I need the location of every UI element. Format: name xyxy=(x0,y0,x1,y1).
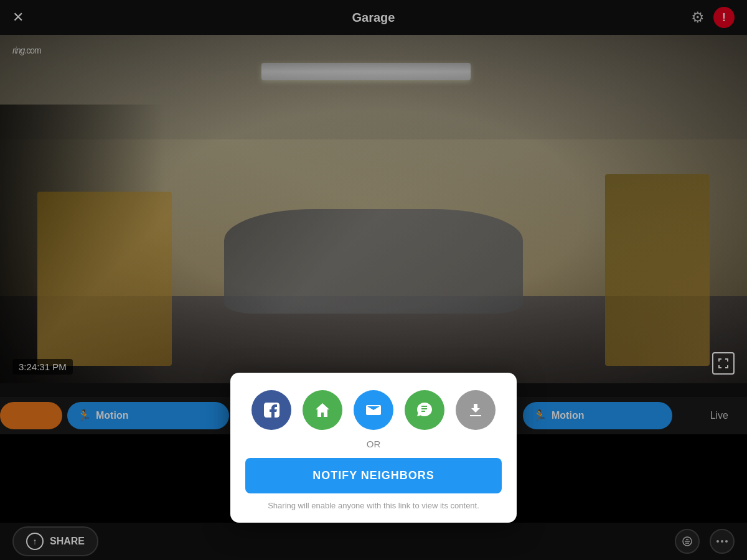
or-divider: OR xyxy=(245,439,502,449)
email-icon xyxy=(365,401,382,419)
facebook-icon xyxy=(263,401,280,419)
share-icons-row xyxy=(245,390,502,430)
notify-neighbors-button[interactable]: NOTIFY NEIGHBORS xyxy=(245,458,502,493)
share-email-button[interactable] xyxy=(354,390,393,430)
share-message-button[interactable] xyxy=(405,390,444,430)
sharing-note: Sharing will enable anyone with this lin… xyxy=(245,501,502,510)
share-popup: OR NOTIFY NEIGHBORS Sharing will enable … xyxy=(230,373,517,523)
home-icon xyxy=(314,401,331,419)
message-icon xyxy=(416,401,433,419)
download-icon xyxy=(467,401,484,419)
share-facebook-button[interactable] xyxy=(251,390,291,430)
share-download-button[interactable] xyxy=(456,390,496,430)
share-neighbors-button[interactable] xyxy=(303,390,342,430)
